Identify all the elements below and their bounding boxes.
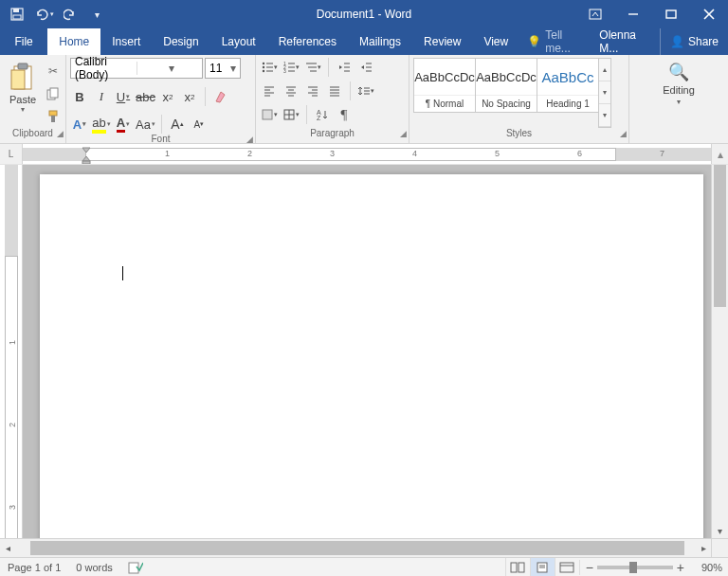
chevron-down-icon[interactable]: ▾: [223, 62, 240, 75]
styles-gallery-more[interactable]: ▴ ▾ ▾: [598, 58, 611, 128]
tab-mailings[interactable]: Mailings: [348, 28, 412, 55]
tab-layout[interactable]: Layout: [210, 28, 267, 55]
increase-indent-icon[interactable]: [356, 58, 375, 77]
highlight-icon[interactable]: ab▾: [92, 115, 111, 134]
more-styles-icon[interactable]: ▾: [599, 104, 610, 127]
bullets-icon[interactable]: ▾: [260, 58, 279, 77]
bold-button[interactable]: B: [70, 87, 89, 106]
editing-dropdown-icon[interactable]: ▾: [677, 98, 681, 106]
tab-view[interactable]: View: [472, 28, 519, 55]
zoom-slider[interactable]: [597, 566, 673, 569]
grow-font-icon[interactable]: A▴: [168, 115, 187, 134]
underline-button[interactable]: U▾: [114, 87, 133, 106]
subscript-button[interactable]: x2: [158, 87, 177, 106]
tab-design[interactable]: Design: [152, 28, 209, 55]
paragraph-dialog-launcher-icon[interactable]: ◢: [400, 129, 407, 138]
paste-icon[interactable]: [8, 60, 38, 94]
scroll-up-icon[interactable]: ▴: [711, 144, 728, 164]
styles-dialog-launcher-icon[interactable]: ◢: [620, 129, 627, 138]
superscript-button[interactable]: x2: [180, 87, 199, 106]
clear-formatting-icon[interactable]: [211, 87, 230, 106]
align-left-icon[interactable]: [260, 81, 279, 100]
share-button[interactable]: 👤Share: [660, 28, 728, 55]
tell-me-search[interactable]: 💡Tell me...: [519, 28, 592, 55]
redo-icon[interactable]: [59, 3, 82, 26]
scroll-left-icon[interactable]: ◂: [0, 539, 15, 557]
sort-icon[interactable]: AZ: [313, 105, 332, 124]
tab-review[interactable]: Review: [412, 28, 472, 55]
text-cursor: [122, 266, 123, 280]
borders-icon[interactable]: ▾: [282, 105, 300, 124]
word-count-label[interactable]: 0 words: [68, 562, 120, 573]
scroll-down-icon[interactable]: ▾: [712, 523, 728, 538]
tab-home[interactable]: Home: [47, 28, 100, 55]
show-hide-marks-icon[interactable]: ¶: [335, 105, 354, 124]
font-dialog-launcher-icon[interactable]: ◢: [246, 135, 253, 144]
scroll-up-icon[interactable]: ▴: [599, 59, 610, 81]
style-heading-1[interactable]: AaBbCc Heading 1: [537, 58, 599, 113]
zoom-out-button[interactable]: −: [586, 560, 593, 575]
indent-markers-icon[interactable]: [80, 144, 93, 164]
format-painter-icon[interactable]: [44, 107, 63, 126]
tab-file[interactable]: File: [0, 28, 47, 55]
cut-icon[interactable]: ✂: [44, 62, 63, 81]
align-right-icon[interactable]: [303, 81, 322, 100]
print-layout-icon[interactable]: [530, 558, 555, 577]
text-effects-icon[interactable]: A▾: [70, 115, 89, 134]
numbering-icon[interactable]: 123▾: [282, 58, 300, 77]
decrease-indent-icon[interactable]: [335, 58, 354, 77]
justify-icon[interactable]: [325, 81, 344, 100]
minimize-icon[interactable]: [614, 0, 652, 28]
undo-icon[interactable]: ▾: [32, 3, 55, 26]
read-mode-icon[interactable]: [505, 558, 530, 577]
user-name-label[interactable]: Olenna M...: [592, 28, 660, 55]
web-layout-icon[interactable]: [555, 558, 579, 577]
page[interactable]: [40, 174, 703, 538]
scroll-right-icon[interactable]: ▸: [696, 539, 711, 557]
editing-label[interactable]: Editing: [663, 84, 695, 96]
document-canvas[interactable]: [23, 165, 711, 538]
scrollbar-thumb-h[interactable]: [30, 541, 684, 555]
zoom-in-button[interactable]: +: [677, 560, 684, 575]
italic-button[interactable]: I: [92, 87, 111, 106]
group-clipboard: Paste ▾ ✂ Clipboard◢: [0, 55, 66, 143]
zoom-slider-knob[interactable]: [629, 562, 637, 573]
style-normal[interactable]: AaBbCcDc ¶ Normal: [413, 58, 476, 113]
spellcheck-icon[interactable]: [120, 561, 151, 574]
maximize-icon[interactable]: [652, 0, 690, 28]
tab-selector[interactable]: L: [0, 144, 23, 164]
scroll-down-icon[interactable]: ▾: [599, 81, 610, 104]
save-icon[interactable]: [6, 3, 28, 26]
font-name-combo[interactable]: Calibri (Body)▾: [70, 58, 203, 79]
qat-customize-icon[interactable]: ▾: [85, 3, 108, 26]
paste-dropdown-icon[interactable]: ▾: [21, 105, 25, 114]
lightbulb-icon: 💡: [527, 35, 541, 48]
scrollbar-vertical[interactable]: ▾: [711, 165, 728, 538]
chevron-down-icon[interactable]: ▾: [136, 62, 203, 75]
shrink-font-icon[interactable]: A▾: [190, 115, 209, 134]
clipboard-dialog-launcher-icon[interactable]: ◢: [57, 129, 64, 138]
strikethrough-button[interactable]: abc: [136, 87, 155, 106]
copy-icon[interactable]: [44, 84, 63, 103]
multilevel-list-icon[interactable]: ▾: [303, 58, 322, 77]
tab-insert[interactable]: Insert: [100, 28, 152, 55]
close-icon[interactable]: [690, 0, 728, 28]
shading-icon[interactable]: ▾: [260, 105, 279, 124]
ruler-horizontal[interactable]: 1 2 3 4 5 6 7: [23, 144, 711, 164]
font-size-combo[interactable]: 11▾: [205, 58, 241, 79]
tab-references[interactable]: References: [267, 28, 348, 55]
scrollbar-thumb[interactable]: [714, 165, 726, 307]
font-color-icon[interactable]: A▾: [114, 115, 133, 134]
ribbon-display-options-icon[interactable]: [576, 0, 614, 28]
page-count-label[interactable]: Page 1 of 1: [0, 562, 68, 573]
align-center-icon[interactable]: [282, 81, 300, 100]
line-spacing-icon[interactable]: ▾: [356, 81, 375, 100]
style-no-spacing[interactable]: AaBbCcDc No Spacing: [475, 58, 537, 113]
paste-label[interactable]: Paste: [9, 94, 36, 105]
change-case-icon[interactable]: Aa▾: [136, 115, 155, 134]
find-icon[interactable]: 🔍: [668, 62, 689, 82]
group-label-paragraph: Paragraph: [310, 128, 355, 138]
scrollbar-horizontal[interactable]: ◂ ▸: [0, 538, 728, 557]
ruler-vertical[interactable]: 1 2 3: [0, 165, 23, 538]
zoom-level-label[interactable]: 90%: [688, 562, 722, 573]
